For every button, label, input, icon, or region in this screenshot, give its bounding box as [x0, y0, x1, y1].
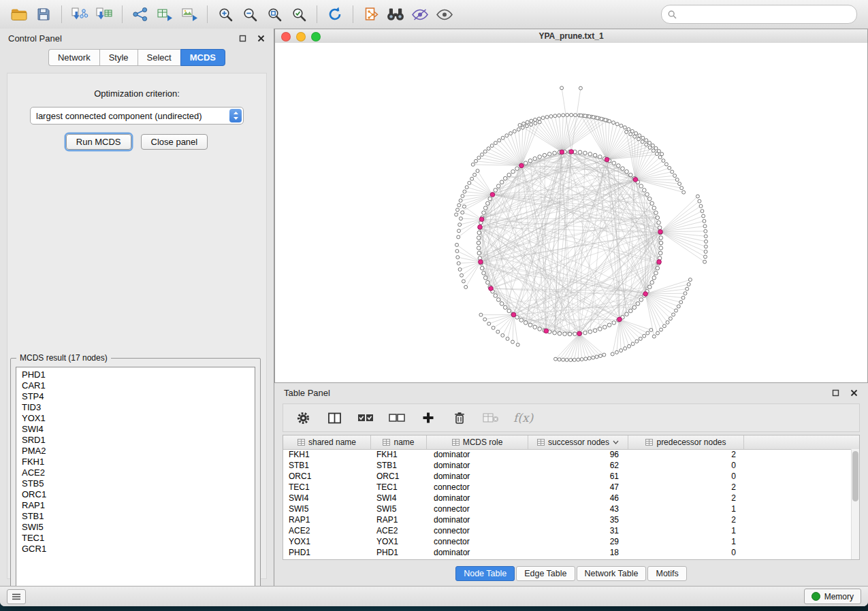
mcds-result-item[interactable]: FKH1: [16, 457, 255, 467]
table-cell: connector: [427, 537, 528, 546]
zoom-selected-button[interactable]: [287, 3, 311, 26]
close-panel-action-button[interactable]: Close panel: [141, 134, 208, 150]
mcds-result-item[interactable]: CAR1: [16, 380, 255, 391]
optimization-label: Optimization criterion:: [7, 88, 266, 99]
table-scrollbar[interactable]: [851, 449, 859, 559]
new-network-button[interactable]: [128, 3, 152, 26]
table-cell: PHD1: [371, 548, 427, 557]
select-all-rows-button[interactable]: [357, 409, 374, 427]
open-session-button[interactable]: [7, 3, 31, 26]
search-input[interactable]: [680, 9, 850, 20]
export-table-button[interactable]: [152, 3, 177, 26]
table-row[interactable]: SWI5SWI5connector431: [283, 503, 852, 514]
tab-style[interactable]: Style: [99, 49, 138, 66]
gear-icon: [296, 411, 310, 425]
export-image-button[interactable]: [177, 3, 202, 26]
tab-network-table[interactable]: Network Table: [577, 566, 647, 581]
network-graph[interactable]: [275, 43, 867, 382]
float-table-panel-button[interactable]: [831, 388, 840, 397]
memory-button[interactable]: Memory: [804, 589, 861, 604]
tab-mcds[interactable]: MCDS: [180, 49, 225, 66]
column-header-successor-nodes[interactable]: successor nodes: [528, 435, 628, 449]
table-row[interactable]: PHD1PHD1dominator180: [283, 547, 852, 558]
save-floppy-icon: [36, 7, 51, 22]
deselect-all-rows-button[interactable]: [388, 409, 406, 427]
column-header-mcds-role[interactable]: MCDS role: [427, 435, 528, 449]
table-cell: dominator: [427, 515, 528, 525]
mcds-result-item[interactable]: PMA2: [16, 446, 255, 457]
delete-column-button[interactable]: [451, 409, 468, 427]
delete-table-button[interactable]: [482, 409, 500, 427]
maximize-window-button[interactable]: [311, 32, 321, 42]
mcds-result-item[interactable]: ORC1: [16, 489, 255, 500]
close-panel-button[interactable]: [256, 33, 266, 43]
function-builder-button[interactable]: f(x): [513, 409, 533, 427]
import-table-button[interactable]: [92, 3, 116, 26]
add-column-button[interactable]: [419, 409, 437, 427]
table-row[interactable]: ORC1ORC1dominator610: [283, 471, 852, 482]
mcds-result-item[interactable]: YOX1: [16, 413, 255, 424]
toolbar-separator: [207, 5, 208, 23]
minimize-window-button[interactable]: [296, 32, 306, 42]
tab-edge-table[interactable]: Edge Table: [516, 566, 575, 581]
table-row[interactable]: STB1STB1dominator620: [283, 460, 852, 471]
mcds-result-item[interactable]: STB1: [16, 511, 255, 522]
zoom-out-button[interactable]: [238, 3, 262, 26]
status-menu-button[interactable]: [7, 589, 26, 604]
zoom-in-button[interactable]: [213, 3, 238, 26]
zoom-fit-button[interactable]: [262, 3, 287, 26]
network-window-titlebar[interactable]: YPA_prune.txt_1: [275, 29, 867, 44]
column-header-name[interactable]: name: [371, 435, 427, 449]
close-window-button[interactable]: [281, 32, 291, 42]
column-header-shared-name[interactable]: shared name: [283, 435, 371, 449]
mcds-result-item[interactable]: PHD1: [16, 369, 255, 380]
tab-motifs[interactable]: Motifs: [647, 566, 686, 581]
close-table-panel-button[interactable]: [849, 388, 858, 397]
table-row[interactable]: SWI4SWI4dominator462: [283, 493, 852, 503]
search-field[interactable]: [661, 5, 857, 24]
float-panel-button[interactable]: [238, 33, 247, 43]
tab-network[interactable]: Network: [48, 49, 99, 66]
table-cell: SWI4: [283, 493, 371, 503]
columns-icon: [327, 412, 342, 425]
import-network-button[interactable]: [67, 3, 92, 26]
table-cell: dominator: [427, 493, 528, 503]
column-header-predecessor-nodes[interactable]: predecessor nodes: [628, 435, 744, 449]
toolbar-separator: [317, 5, 317, 23]
column-label: MCDS role: [463, 437, 503, 447]
optimization-select[interactable]: largest connected component (undirected): [30, 107, 244, 125]
run-mcds-button[interactable]: Run MCDS: [66, 134, 131, 150]
mcds-result-item[interactable]: SRD1: [16, 435, 255, 446]
table-cell: 62: [528, 461, 628, 470]
table-row[interactable]: RAP1RAP1dominator352: [283, 514, 852, 525]
mcds-result-item[interactable]: SWI5: [16, 522, 255, 533]
table-row[interactable]: FKH1FKH1dominator962: [283, 449, 852, 460]
show-all-button[interactable]: [432, 3, 457, 26]
table-scrollbar-thumb[interactable]: [852, 451, 858, 501]
mcds-result-item[interactable]: GCR1: [16, 544, 255, 555]
mcds-result-item[interactable]: STP4: [16, 391, 255, 402]
mcds-tab-content: Optimization criterion: largest connecte…: [7, 73, 267, 579]
table-row[interactable]: TEC1TEC1connector472: [283, 482, 852, 493]
table-row[interactable]: ACE2ACE2connector311: [283, 525, 852, 536]
mcds-result-item[interactable]: SWI4: [16, 424, 255, 435]
table-cell: 46: [528, 493, 628, 503]
tab-select[interactable]: Select: [138, 49, 180, 66]
mcds-result-list[interactable]: PHD1CAR1STP4TID3YOX1SWI4SRD1PMA2FKH1ACE2…: [16, 367, 255, 606]
combo-arrows-icon: [233, 111, 239, 120]
mcds-result-item[interactable]: ACE2: [16, 467, 255, 478]
hide-selected-button[interactable]: [408, 3, 432, 26]
show-columns-button[interactable]: [325, 409, 343, 427]
mcds-result-item[interactable]: STB5: [16, 478, 255, 489]
mcds-result-item[interactable]: TID3: [16, 402, 255, 413]
table-row[interactable]: YOX1YOX1connector291: [283, 536, 852, 547]
table-settings-button[interactable]: [294, 409, 312, 427]
network-share-icon: [132, 7, 148, 22]
mcds-result-item[interactable]: RAP1: [16, 500, 255, 511]
tab-node-table[interactable]: Node Table: [455, 566, 515, 581]
search-network-button[interactable]: [383, 3, 408, 26]
apply-layout-button[interactable]: [323, 3, 347, 26]
share-document-button[interactable]: [359, 3, 383, 26]
save-session-button[interactable]: [31, 3, 56, 26]
mcds-result-item[interactable]: TEC1: [16, 533, 255, 544]
